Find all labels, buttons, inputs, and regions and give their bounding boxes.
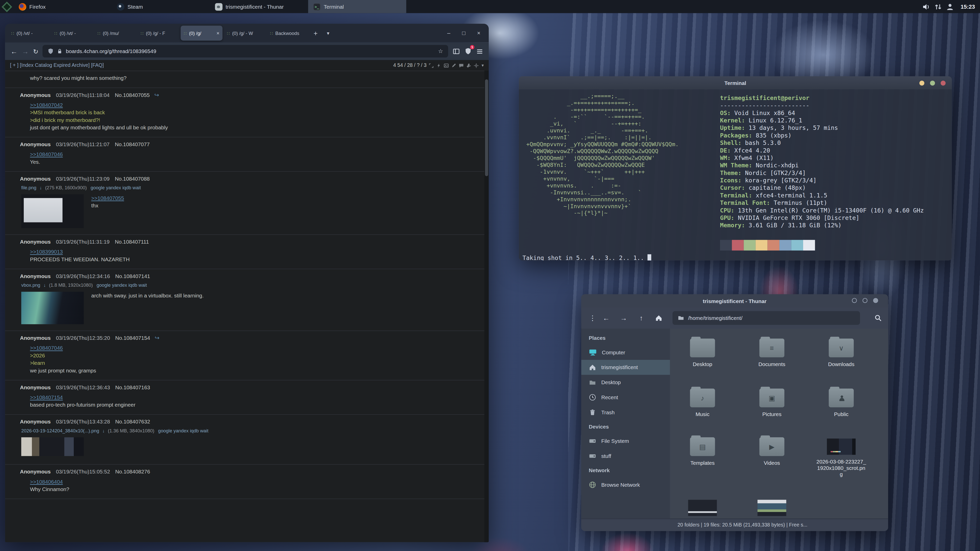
expand-icon[interactable] [429, 63, 434, 68]
lock-icon[interactable] [57, 48, 63, 54]
file-item-public[interactable]: Public [813, 386, 869, 417]
reload-button[interactable]: ↻ [33, 48, 38, 55]
sidebar-item-desktop[interactable]: Desktop [581, 375, 670, 390]
tools-icon[interactable] [466, 63, 472, 68]
image-thumbnail[interactable] [757, 500, 786, 516]
browser-tab[interactable]: ∷ (0) /vt/ - [51, 25, 93, 41]
forward-button[interactable]: → [22, 48, 29, 55]
post-image-thumbnail[interactable] [21, 437, 84, 456]
browser-tab[interactable]: ∷ Backwoods [267, 25, 309, 41]
sidebar-item-home[interactable]: trismegistificent [581, 360, 670, 375]
minimize-button[interactable] [919, 80, 924, 86]
thunar-titlebar[interactable]: trismegistificent - Thunar [581, 294, 888, 307]
file-item-music[interactable]: ♪ Music [674, 386, 730, 417]
sidebar-item-stuff[interactable]: stuff [581, 448, 670, 464]
file-item-screenshot[interactable]: 2026-03-08-223227_1920x1080_scrot.png [813, 435, 869, 477]
forward-button[interactable]: → [615, 314, 633, 322]
file-search-links[interactable]: google yandex iqdb wait [91, 185, 141, 191]
reply-arrow-icon[interactable]: ↪ [154, 92, 159, 98]
file-item-templates[interactable]: ▤ Templates [674, 435, 730, 466]
board-nav-links[interactable]: [ + ] [Index Catalog Expired Archive] [F… [10, 62, 104, 68]
scrollbar[interactable] [484, 71, 489, 542]
minimize-button[interactable]: – [441, 25, 456, 41]
volume-icon[interactable] [923, 3, 930, 10]
taskbar-button-firefox[interactable]: Firefox [14, 0, 112, 13]
menu-icon[interactable] [476, 48, 483, 55]
browser-tab[interactable]: ∷ (0) /mu/ [94, 25, 136, 41]
download-icon[interactable]: ↓ [40, 185, 42, 191]
file-item-videos[interactable]: ▶ Videos [744, 435, 800, 466]
file-item-documents[interactable]: ≡ Documents [744, 336, 800, 367]
sidebar-item-trash[interactable]: Trash [581, 405, 670, 420]
scrollbar-thumb[interactable] [485, 79, 488, 176]
file-item-pictures[interactable]: ▣ Pictures [744, 386, 800, 417]
chat-icon[interactable] [459, 63, 464, 68]
minimize-button[interactable] [852, 298, 857, 303]
menu-kebab-ic[interactable]: ⋮ [587, 314, 597, 322]
sidebar-toggle-icon[interactable] [452, 48, 460, 55]
download-icon[interactable]: ↓ [102, 428, 105, 433]
download-icon[interactable]: ↓ [43, 283, 46, 288]
close-button[interactable] [941, 80, 946, 86]
shield-icon[interactable] [48, 48, 54, 54]
bookmark-star-icon[interactable]: ☆ [438, 48, 443, 54]
settings-icon[interactable] [474, 63, 479, 68]
back-button[interactable]: ← [11, 48, 18, 55]
quotelink[interactable]: >>108407055 [30, 194, 478, 202]
browser-tab[interactable]: ∷ (0) /g/ - F [138, 25, 180, 41]
new-tab-button[interactable]: + [309, 26, 322, 40]
taskbar-button-thunar[interactable]: trismegistificent - Thunar [210, 0, 308, 13]
terminal-titlebar[interactable]: Terminal [519, 76, 952, 89]
close-button[interactable] [873, 298, 878, 303]
browser-tab[interactable]: ∷ (0) /g/ - W [224, 25, 266, 41]
file-search-links[interactable]: google yandex iqdb wait [158, 428, 208, 433]
close-button[interactable]: × [471, 25, 487, 41]
file-name-link[interactable]: file.png [21, 185, 36, 191]
dropdown-icon[interactable]: ▾ [482, 63, 484, 68]
terminal-body[interactable]: __.;=====;.__ _.=+==++=++=+=+===;. -=+++… [519, 89, 952, 260]
post-image-thumbnail[interactable] [21, 194, 84, 228]
maximize-button[interactable] [930, 80, 935, 86]
updater-icon[interactable] [437, 63, 442, 68]
back-button[interactable]: ← [597, 314, 615, 322]
adblock-extension-icon[interactable]: 1 [465, 48, 472, 55]
file-name-link[interactable]: 2026-03-19-124204_3840x10(...).png [21, 428, 99, 433]
file-search-links[interactable]: google yandex iqdb wait [97, 283, 147, 288]
path-bar[interactable]: /home/trismegistificent/ [673, 311, 860, 325]
browser-tab-active[interactable]: ∷ (0) /g/ × [181, 25, 223, 41]
list-tabs-button[interactable]: ▾ [322, 26, 334, 40]
file-name-link[interactable]: vbox.png [21, 283, 40, 288]
post-number[interactable]: No.108407111 [115, 239, 149, 245]
home-button[interactable] [650, 314, 668, 322]
taskbar-button-terminal[interactable]: >_ Terminal [308, 0, 406, 13]
url-bar[interactable]: boards.4chan.org/g/thread/108396549 ☆ [43, 45, 448, 57]
post-number[interactable]: No.108407055 [115, 92, 150, 98]
post-number[interactable]: No.108407163 [115, 384, 150, 390]
gallery-icon[interactable] [444, 63, 449, 68]
draw-icon[interactable] [452, 63, 457, 68]
post-number[interactable]: No.108407154 [115, 335, 150, 341]
sidebar-item-browse-network[interactable]: Browse Network [581, 477, 670, 492]
app-menu-button[interactable] [0, 0, 14, 13]
thunar-file-view[interactable]: Desktop ≡ Documents ∨ Downloads ♪ Music … [670, 329, 888, 518]
file-item-desktop[interactable]: Desktop [674, 336, 730, 367]
post-number[interactable]: No.108408276 [115, 468, 150, 475]
post-number[interactable]: No.108407632 [115, 419, 150, 425]
maximize-button[interactable]: □ [456, 25, 471, 41]
post-number[interactable]: No.108407141 [115, 273, 150, 279]
quotelink[interactable]: >>108407042 [30, 101, 478, 109]
user-status-icon[interactable] [946, 3, 954, 10]
up-button[interactable]: ↑ [632, 314, 650, 322]
post-number[interactable]: No.108407088 [115, 176, 150, 182]
post-number[interactable]: No.108407077 [115, 141, 150, 147]
reply-arrow-icon[interactable]: ↪ [155, 335, 159, 341]
quotelink[interactable]: >>108406404 [30, 478, 478, 485]
search-icon[interactable] [874, 314, 882, 322]
sidebar-item-filesystem[interactable]: File System [581, 433, 670, 449]
quotelink[interactable]: >>108407046 [30, 151, 478, 158]
taskbar-button-steam[interactable]: Steam [112, 0, 210, 13]
quotelink[interactable]: >>108399013 [30, 248, 478, 256]
browser-tab[interactable]: ∷ (0) /vt/ - [8, 25, 50, 41]
quotelink[interactable]: >>108407046 [30, 344, 478, 351]
image-thumbnail[interactable] [688, 500, 717, 516]
